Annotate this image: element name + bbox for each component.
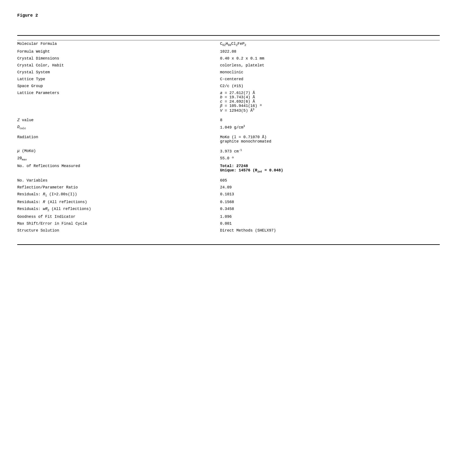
- table-row: Radiation MoKα (l = 0.71070 Å) graphite …: [17, 134, 440, 145]
- table-row: No. Variables 605: [17, 177, 440, 184]
- row-label: No. Variables: [17, 177, 220, 184]
- table-row: Reflection/Parameter Ratio 24.09: [17, 184, 440, 191]
- row-value: 0.40 x 0.2 x 0.1 mm: [220, 55, 440, 62]
- row-label: Radiation: [17, 134, 220, 145]
- row-value: 1.049 g/cm3: [220, 124, 440, 131]
- spacer-row: [17, 131, 440, 134]
- row-value: 8: [220, 117, 440, 124]
- table-row: Molecular Formula C62H88Cl2FeP2: [17, 40, 440, 48]
- table-row: Crystal System monoclinic: [17, 69, 440, 76]
- row-label: Residuals: R1 (I>2.00s(I)): [17, 191, 220, 199]
- row-value: C62H88Cl2FeP2: [220, 40, 440, 48]
- row-value: C2/c (#15): [220, 83, 440, 89]
- data-table: Molecular Formula C62H88Cl2FeP2 Formula …: [17, 35, 440, 245]
- row-label: Molecular Formula: [17, 40, 220, 48]
- row-label: Reflection/Parameter Ratio: [17, 184, 220, 191]
- row-label: Crystal Color, Habit: [17, 62, 220, 69]
- table-row: Dcalc 1.049 g/cm3: [17, 124, 440, 131]
- row-label: Lattice Parameters: [17, 89, 220, 114]
- row-label: Lattice Type: [17, 76, 220, 83]
- row-label: Residuals: wR2 (All reflections): [17, 205, 220, 213]
- row-label: No. of Reflections Measured: [17, 162, 220, 175]
- table-row: Formula Weight 1022.08: [17, 48, 440, 55]
- footer-line: [17, 242, 440, 245]
- row-value: Direct Methods (SHELX97): [220, 227, 440, 234]
- header-left: [17, 35, 220, 40]
- row-label: Crystal Dimensions: [17, 55, 220, 62]
- table-row: Crystal Color, Habit colorless, platelet: [17, 62, 440, 69]
- row-label: Dcalc: [17, 124, 220, 131]
- table-row: Residuals: R (All reflections) 0.1568: [17, 199, 440, 205]
- table-row: Max Shift/Error in Final Cycle 0.001: [17, 220, 440, 227]
- row-value: 0.001: [220, 220, 440, 227]
- row-label: Residuals: R (All reflections): [17, 199, 220, 205]
- table-row: No. of Reflections Measured Total: 27248…: [17, 162, 440, 175]
- row-value: 0.1013: [220, 191, 440, 199]
- row-value: C-centered: [220, 76, 440, 83]
- spacer-row: [17, 145, 440, 147]
- table-row: Residuals: R1 (I>2.00s(I)) 0.1013: [17, 191, 440, 199]
- figure-title: Figure 2: [17, 13, 440, 18]
- row-value: 24.09: [220, 184, 440, 191]
- row-label: Structure Solution: [17, 227, 220, 234]
- row-label: 2θmax: [17, 155, 220, 162]
- row-value: 1022.08: [220, 48, 440, 55]
- row-value: monoclinic: [220, 69, 440, 76]
- row-label: Crystal System: [17, 69, 220, 76]
- row-label: Goodness of Fit Indicator: [17, 213, 220, 220]
- row-value: 55.0 º: [220, 155, 440, 162]
- table-row: Goodness of Fit Indicator 1.096: [17, 213, 440, 220]
- row-value: 1.096: [220, 213, 440, 220]
- spacer-row: [17, 174, 440, 177]
- table-row: 2θmax 55.0 º: [17, 155, 440, 162]
- row-label: Z value: [17, 117, 220, 124]
- table-row: Crystal Dimensions 0.40 x 0.2 x 0.1 mm: [17, 55, 440, 62]
- row-label: Max Shift/Error in Final Cycle: [17, 220, 220, 227]
- table-row: Lattice Parameters a = 27.612(7) Å b = 1…: [17, 89, 440, 114]
- spacer-row: [17, 114, 440, 117]
- table-row: Lattice Type C-centered: [17, 76, 440, 83]
- row-value: 0.1568: [220, 199, 440, 205]
- row-label: μ (MoKα): [17, 147, 220, 155]
- row-label: Space Group: [17, 83, 220, 89]
- table-row: Space Group C2/c (#15): [17, 83, 440, 89]
- row-value: Total: 27248 Unique: 14576 (Rint = 0.048…: [220, 162, 440, 175]
- row-label: Formula Weight: [17, 48, 220, 55]
- table-row: Structure Solution Direct Methods (SHELX…: [17, 227, 440, 234]
- row-value: a = 27.612(7) Å b = 19.743(4) Å c = 24.6…: [220, 89, 440, 114]
- header-right: [220, 35, 440, 40]
- table-row: Residuals: wR2 (All reflections) 0.3458: [17, 205, 440, 213]
- row-value: colorless, platelet: [220, 62, 440, 69]
- row-value: 0.3458: [220, 205, 440, 213]
- row-value: 605: [220, 177, 440, 184]
- row-value: MoKα (l = 0.71070 Å) graphite monochroma…: [220, 134, 440, 145]
- spacer-row: [17, 234, 440, 242]
- table-row: μ (MoKα) 3.973 cm-1: [17, 147, 440, 155]
- row-value: 3.973 cm-1: [220, 147, 440, 155]
- table-row: Z value 8: [17, 117, 440, 124]
